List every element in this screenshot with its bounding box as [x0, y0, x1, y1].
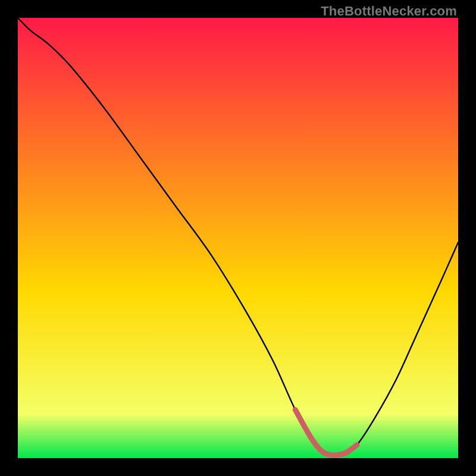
watermark-text: TheBottleNecker.com	[321, 4, 457, 19]
chart-area	[18, 18, 458, 458]
gradient-background	[18, 18, 458, 458]
bottleneck-chart	[18, 18, 458, 458]
